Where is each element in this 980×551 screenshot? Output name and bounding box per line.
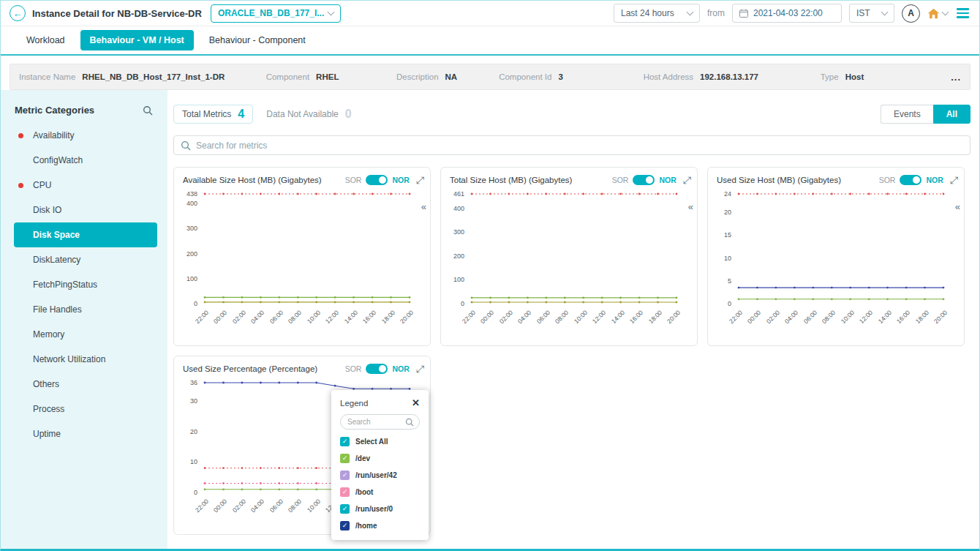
chart-card-available-size-host-mb-gigabytes: Available Size Host (MB) (Gigabytes)SORN…: [173, 167, 431, 346]
avatar[interactable]: A: [902, 4, 920, 23]
back-button[interactable]: ←: [10, 5, 26, 21]
x-axis-tick: 02:00: [765, 309, 781, 325]
expand-icon[interactable]: ⤢: [416, 175, 424, 185]
timezone-dropdown[interactable]: IST: [849, 4, 894, 23]
chart-canvas: [736, 194, 946, 308]
y-axis-tick: 0: [708, 300, 731, 307]
collapse-chevron-icon[interactable]: «: [955, 201, 960, 212]
total-metrics-chip[interactable]: Total Metrics 4: [173, 105, 253, 124]
sidebar-item-memory[interactable]: Memory: [14, 322, 157, 347]
x-axis-tick: 22:00: [461, 309, 477, 325]
legend-item-home[interactable]: ✓/home: [331, 517, 429, 534]
collapse-chevron-icon[interactable]: «: [421, 201, 426, 212]
close-icon[interactable]: ✕: [412, 398, 420, 408]
checkbox-checked[interactable]: ✓: [340, 437, 350, 446]
sor-nor-toggle[interactable]: [633, 175, 655, 185]
x-axis-tick: 06:00: [268, 498, 284, 514]
sidebar-item-uptime[interactable]: Uptime: [14, 421, 157, 446]
x-axis-tick: 14:00: [343, 309, 359, 325]
sidebar-item-disk-space[interactable]: Disk Space: [14, 222, 157, 247]
chart-title: Used Size Host (MB) (Gigabytes): [717, 176, 875, 184]
tabs: WorkloadBehaviour - VM / HostBehaviour -…: [1, 26, 979, 56]
legend-item-run-user-42[interactable]: ✓/run/user/42: [331, 467, 429, 484]
more-options-button[interactable]: ...: [951, 72, 961, 83]
legend-item-dev[interactable]: ✓/dev: [331, 450, 429, 467]
checkbox-checked[interactable]: ✓: [340, 504, 350, 514]
chevron-down-icon: [327, 8, 334, 15]
x-axis-tick: 02:00: [231, 498, 247, 514]
hamburger-menu-icon[interactable]: [955, 7, 970, 20]
sor-label: SOR: [345, 176, 362, 184]
x-axis-tick: 02:00: [231, 309, 247, 325]
x-axis-tick: 18:00: [913, 309, 930, 325]
expand-icon[interactable]: ⤢: [683, 175, 691, 185]
sidebar-item-cpu[interactable]: CPU: [14, 173, 157, 198]
expand-icon[interactable]: ⤢: [416, 364, 424, 374]
legend-item-boot[interactable]: ✓/boot: [331, 484, 429, 501]
chart-plot: 242015105022:0000:0002:0004:0006:0008:00…: [708, 188, 964, 334]
legend-item-select-all[interactable]: ✓Select All: [331, 433, 429, 450]
search-icon[interactable]: [143, 105, 153, 116]
x-axis-tick: 10:00: [840, 309, 856, 325]
chart-title: Available Size Host (MB) (Gigabytes): [183, 176, 341, 184]
home-menu[interactable]: [927, 8, 948, 19]
x-axis-tick: 10:00: [306, 498, 322, 514]
alert-dot: [18, 183, 23, 188]
search-icon: [181, 140, 191, 151]
time-range-dropdown[interactable]: Last 24 hours: [614, 4, 700, 23]
legend-item-label: /boot: [355, 488, 373, 496]
x-axis-tick: 10:00: [573, 309, 589, 325]
collapse-chevron-icon[interactable]: «: [688, 201, 693, 212]
checkbox-checked[interactable]: ✓: [340, 454, 350, 463]
legend-popup: Legend ✕ ✓Select All✓/dev✓/run/user/42✓/…: [331, 390, 429, 540]
sidebar-item-availability[interactable]: Availability: [14, 123, 157, 148]
alert-dot: [18, 133, 23, 138]
checkbox-checked[interactable]: ✓: [340, 521, 350, 531]
sidebar-item-configwatch[interactable]: ConfigWatch: [14, 148, 157, 173]
y-axis-tick: 20: [174, 428, 197, 435]
info-value: RHEL_NB_DB_Host_177_Inst_1-DR: [82, 72, 225, 81]
checkbox-checked[interactable]: ✓: [340, 487, 350, 497]
data-not-available-chip[interactable]: Data Not Available 0: [266, 108, 351, 121]
nor-label: NOR: [392, 176, 409, 184]
metric-search-input[interactable]: [196, 140, 970, 151]
data-not-available-label: Data Not Available: [266, 109, 339, 119]
sidebar-item-label: Memory: [33, 329, 64, 340]
sor-nor-toggle[interactable]: [900, 175, 921, 185]
sidebar-item-network-utilization[interactable]: Network Utilization: [14, 347, 157, 372]
sidebar-item-file-handles[interactable]: File Handles: [14, 297, 157, 322]
sidebar-item-disklatency[interactable]: DiskLatency: [14, 247, 157, 272]
x-axis-tick: 02:00: [498, 309, 514, 325]
info-field-description: DescriptionNA: [396, 72, 499, 81]
checkbox-checked[interactable]: ✓: [340, 471, 350, 480]
expand-icon[interactable]: ⤢: [950, 175, 958, 185]
y-axis-tick: 400: [441, 205, 464, 212]
sidebar-item-fetchpingstatus[interactable]: FetchPingStatus: [14, 272, 157, 297]
sidebar-item-label: ConfigWatch: [33, 155, 83, 165]
legend-item-label: /home: [355, 522, 377, 530]
all-button[interactable]: All: [933, 105, 970, 124]
tab-behaviour-vm-host[interactable]: Behaviour - VM / Host: [80, 30, 194, 50]
sidebar-item-label: DiskLatency: [33, 255, 80, 265]
legend-item-label: /run/user/42: [355, 471, 397, 479]
sor-nor-toggle[interactable]: [366, 175, 388, 185]
date-picker[interactable]: 2021-04-03 22:00: [732, 4, 842, 23]
info-field-component-id: Component Id3: [499, 72, 643, 81]
events-button[interactable]: Events: [881, 105, 933, 124]
sidebar-items: AvailabilityConfigWatchCPUDisk IODisk Sp…: [1, 123, 167, 446]
sidebar-item-disk-io[interactable]: Disk IO: [14, 198, 157, 222]
home-icon: [927, 8, 940, 19]
tab-behaviour-component[interactable]: Behaviour - Component: [200, 30, 315, 50]
tab-workload[interactable]: Workload: [17, 30, 75, 50]
y-axis-tick: 400: [174, 200, 197, 207]
legend-search-input[interactable]: [347, 418, 403, 426]
instance-dropdown[interactable]: ORACLE_NB_DB_177_I...: [211, 4, 341, 23]
y-axis-tick: 100: [174, 275, 197, 282]
main-content: Total Metrics 4 Data Not Available 0 Eve…: [167, 90, 979, 549]
x-axis-tick: 16:00: [895, 309, 911, 325]
sidebar-item-others[interactable]: Others: [14, 372, 157, 397]
sor-nor-toggle[interactable]: [366, 364, 388, 374]
legend-item-run-user-0[interactable]: ✓/run/user/0: [331, 501, 429, 517]
instance-info-bar: Instance NameRHEL_NB_DB_Host_177_Inst_1-…: [10, 64, 970, 90]
sidebar-item-process[interactable]: Process: [14, 397, 157, 421]
